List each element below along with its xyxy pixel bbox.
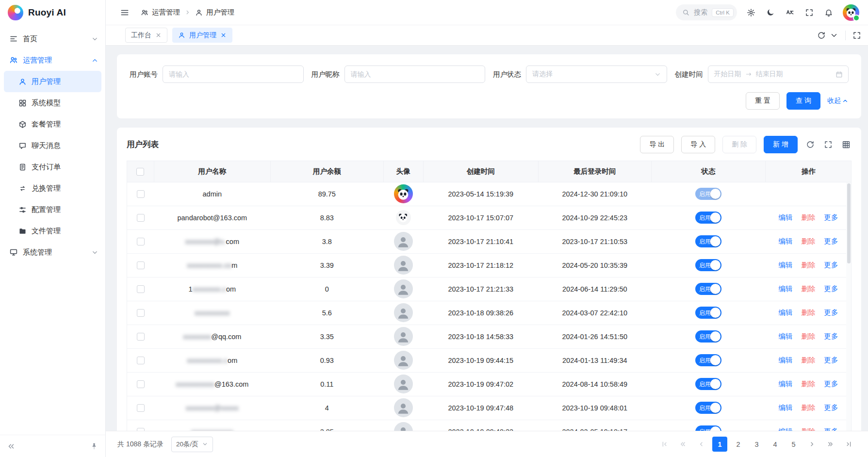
delete-link[interactable]: 删除 (801, 285, 815, 293)
status-toggle[interactable]: 启用 (695, 212, 721, 224)
delete-link[interactable]: 删除 (801, 380, 815, 388)
status-toggle[interactable]: 启用 (695, 307, 721, 319)
sidebar-item-config[interactable]: 配置管理 (4, 199, 101, 220)
delete-link[interactable]: 删除 (801, 213, 815, 221)
fullscreen-button[interactable] (804, 7, 815, 18)
more-link[interactable]: 更多 (824, 380, 838, 388)
edit-link[interactable]: 编辑 (778, 285, 792, 293)
jump-forward-button[interactable] (823, 437, 838, 452)
page-size-select[interactable]: 20条/页 (171, 437, 213, 452)
sidebar-item-files[interactable]: 文件管理 (4, 220, 101, 242)
row-checkbox[interactable] (137, 309, 145, 317)
page-button-5[interactable]: 5 (786, 437, 801, 452)
sidebar-item-models[interactable]: 系统模型 (4, 92, 101, 114)
more-link[interactable]: 更多 (824, 261, 838, 269)
edit-link[interactable]: 编辑 (778, 309, 792, 316)
prev-page-button[interactable] (694, 437, 709, 452)
edit-link[interactable]: 编辑 (778, 356, 792, 364)
sidebar-item-home[interactable]: 首页 (0, 28, 105, 49)
status-toggle[interactable]: 启用 (695, 188, 721, 200)
close-icon[interactable] (220, 32, 227, 38)
settings-button[interactable] (746, 7, 756, 18)
sidebar-item-operations[interactable]: 运营管理 (0, 49, 105, 71)
edit-link[interactable]: 编辑 (778, 380, 792, 388)
user-avatar[interactable] (843, 4, 859, 21)
status-toggle[interactable]: 启用 (695, 235, 721, 247)
tab-user-management[interactable]: 用户管理 (172, 28, 232, 43)
close-icon[interactable] (155, 32, 162, 38)
table-scrollbar-thumb[interactable] (847, 183, 851, 263)
select-all-checkbox[interactable] (136, 168, 144, 176)
row-checkbox[interactable] (137, 190, 145, 198)
sidebar-item-system[interactable]: 系统管理 (0, 242, 105, 263)
delete-link[interactable]: 删除 (801, 261, 815, 269)
delete-link[interactable]: 删除 (801, 237, 815, 245)
sidebar-item-packages[interactable]: 套餐管理 (4, 114, 101, 135)
status-toggle[interactable]: 启用 (695, 259, 721, 271)
sidebar-item-chat-messages[interactable]: 聊天消息 (4, 135, 101, 156)
status-toggle[interactable]: 启用 (695, 425, 721, 431)
edit-link[interactable]: 编辑 (778, 332, 792, 340)
page-button-1[interactable]: 1 (712, 437, 727, 452)
more-link[interactable]: 更多 (824, 427, 838, 431)
edit-link[interactable]: 编辑 (778, 261, 792, 269)
page-button-2[interactable]: 2 (731, 437, 746, 452)
tab-options-button[interactable] (829, 30, 839, 41)
last-page-button[interactable] (841, 437, 856, 452)
column-settings-button[interactable] (841, 139, 852, 150)
more-link[interactable]: 更多 (824, 404, 838, 411)
notifications-button[interactable] (823, 7, 834, 18)
first-page-button[interactable] (657, 437, 672, 452)
nickname-input[interactable] (344, 65, 486, 83)
edit-link[interactable]: 编辑 (778, 237, 792, 245)
collapse-sidebar-button[interactable] (7, 442, 16, 451)
more-link[interactable]: 更多 (824, 285, 838, 293)
edit-link[interactable]: 编辑 (778, 213, 792, 221)
next-page-button[interactable] (804, 437, 819, 452)
sidebar-item-exchange[interactable]: 兑换管理 (4, 178, 101, 199)
collapse-filter-link[interactable]: 收起 (827, 97, 849, 105)
row-checkbox[interactable] (137, 357, 145, 364)
reset-button[interactable]: 重 置 (746, 92, 780, 110)
table-fullscreen-button[interactable] (823, 139, 834, 150)
refresh-tab-button[interactable] (816, 30, 827, 41)
search-button[interactable]: 查 询 (786, 92, 820, 110)
status-toggle[interactable]: 启用 (695, 402, 721, 414)
page-button-4[interactable]: 4 (768, 437, 783, 452)
page-button-3[interactable]: 3 (749, 437, 764, 452)
delete-button[interactable]: 删 除 (722, 136, 756, 153)
logo-row[interactable]: Ruoyi AI (0, 0, 105, 25)
add-button[interactable]: 新 增 (764, 136, 798, 153)
account-input[interactable] (163, 65, 304, 83)
delete-link[interactable]: 删除 (801, 356, 815, 364)
sidebar-item-users[interactable]: 用户管理 (4, 71, 101, 92)
more-link[interactable]: 更多 (824, 237, 838, 245)
sidebar-item-payment-orders[interactable]: 支付订单 (4, 156, 101, 178)
delete-link[interactable]: 删除 (801, 332, 815, 340)
edit-link[interactable]: 编辑 (778, 404, 792, 411)
more-link[interactable]: 更多 (824, 213, 838, 221)
row-checkbox[interactable] (137, 214, 145, 222)
edit-link[interactable]: 编辑 (778, 427, 792, 431)
export-button[interactable]: 导 出 (640, 136, 674, 153)
more-link[interactable]: 更多 (824, 309, 838, 316)
date-range-picker[interactable]: 开始日期 结束日期 (708, 65, 849, 83)
jump-back-button[interactable] (675, 437, 690, 452)
menu-toggle-button[interactable] (119, 7, 130, 18)
delete-link[interactable]: 删除 (801, 404, 815, 411)
row-checkbox[interactable] (137, 285, 145, 293)
import-button[interactable]: 导 入 (681, 136, 715, 153)
content-fullscreen-button[interactable] (852, 30, 862, 41)
row-checkbox[interactable] (137, 238, 145, 245)
row-checkbox[interactable] (137, 333, 145, 341)
breadcrumb-users[interactable]: 用户管理 (195, 8, 234, 17)
tab-workbench[interactable]: 工作台 (125, 28, 167, 43)
status-toggle[interactable]: 启用 (695, 330, 721, 343)
row-checkbox[interactable] (137, 404, 145, 412)
status-toggle[interactable]: 启用 (695, 283, 721, 295)
pin-sidebar-button[interactable] (90, 442, 98, 451)
row-checkbox[interactable] (137, 261, 145, 269)
more-link[interactable]: 更多 (824, 332, 838, 340)
delete-link[interactable]: 删除 (801, 427, 815, 431)
row-checkbox[interactable] (137, 428, 145, 431)
